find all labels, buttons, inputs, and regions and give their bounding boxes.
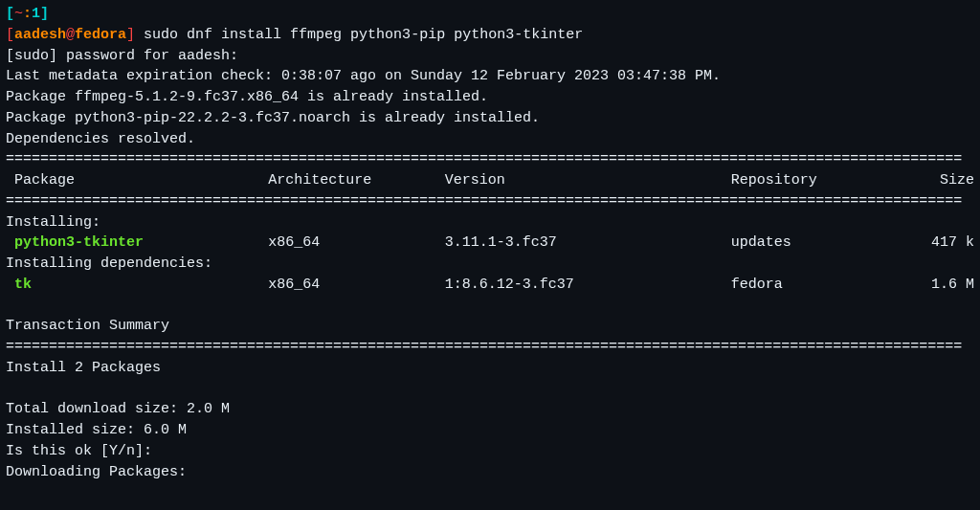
table-row: tk x86_64 1:8.6.12-3.fc37 fedora 1.6 M: [6, 275, 974, 296]
package-name: python3-tkinter: [6, 233, 268, 254]
command-prompt-line[interactable]: [aadesh@fedora] sudo dnf install ffmpeg …: [6, 25, 974, 46]
downloading-packages-line: Downloading Packages:: [6, 462, 974, 483]
blank-line: [6, 379, 974, 400]
install-count-line: Install 2 Packages: [6, 358, 974, 379]
header-repository: Repository: [731, 170, 898, 191]
terminal-tab-indicator: [~:1]: [6, 4, 974, 25]
total-download-size: Total download size: 2.0 M: [6, 399, 974, 420]
installed-size: Installed size: 6.0 M: [6, 420, 974, 441]
already-installed-line: Package python3-pip-22.2.2-3.fc37.noarch…: [6, 108, 974, 129]
package-arch: x86_64: [268, 275, 444, 296]
installing-section-label: Installing:: [6, 212, 974, 233]
installing-dependencies-label: Installing dependencies:: [6, 254, 974, 275]
header-package: Package: [6, 170, 268, 191]
confirm-prompt[interactable]: Is this ok [Y/n]:: [6, 441, 974, 462]
separator-line: ========================================…: [6, 337, 974, 358]
package-version: 3.11.1-3.fc37: [445, 233, 731, 254]
header-architecture: Architecture: [268, 170, 444, 191]
transaction-summary-label: Transaction Summary: [6, 316, 974, 337]
package-size: 1.6 M: [898, 275, 974, 296]
separator-line: ========================================…: [6, 149, 974, 170]
package-repo: updates: [731, 233, 898, 254]
header-size: Size: [898, 170, 974, 191]
package-version: 1:8.6.12-3.fc37: [445, 275, 731, 296]
package-size: 417 k: [898, 233, 974, 254]
already-installed-line: Package ffmpeg-5.1.2-9.fc37.x86_64 is al…: [6, 87, 974, 108]
package-repo: fedora: [731, 275, 898, 296]
table-header-row: Package Architecture Version Repository …: [6, 170, 974, 191]
dependencies-resolved-line: Dependencies resolved.: [6, 129, 974, 150]
package-arch: x86_64: [268, 233, 444, 254]
package-name: tk: [6, 275, 268, 296]
blank-line: [6, 296, 974, 317]
table-row: python3-tkinter x86_64 3.11.1-3.fc37 upd…: [6, 233, 974, 254]
metadata-expiration-line: Last metadata expiration check: 0:38:07 …: [6, 66, 974, 87]
sudo-password-prompt[interactable]: [sudo] password for aadesh:: [6, 46, 974, 67]
separator-line: ========================================…: [6, 191, 974, 212]
header-version: Version: [445, 170, 731, 191]
